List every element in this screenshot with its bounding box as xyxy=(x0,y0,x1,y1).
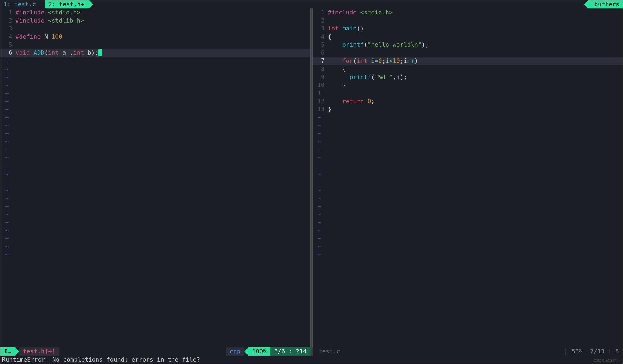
line-content[interactable]: #include <stdlib.h> xyxy=(16,17,310,25)
code-line[interactable]: 13} xyxy=(313,105,623,113)
statusline-left: I… test.h[+] cpp 100% 6/6 : 214 xyxy=(0,347,310,356)
tilde-icon: ~ xyxy=(0,234,9,242)
tilde-icon: ~ xyxy=(0,170,9,178)
tilde-icon: ~ xyxy=(313,154,321,162)
empty-line: ~ xyxy=(313,226,623,235)
line-content[interactable] xyxy=(16,24,310,33)
status-position: 6/6 : 214 xyxy=(270,347,310,356)
tilde-icon: ~ xyxy=(313,162,321,170)
code-line[interactable]: 8 { xyxy=(313,65,623,73)
empty-line: ~ xyxy=(0,146,310,154)
line-content[interactable]: } xyxy=(328,105,623,113)
tab-test-h[interactable]: 2: test.h+ xyxy=(45,0,89,8)
empty-line: ~ xyxy=(0,89,310,97)
code-line[interactable]: 4#define N 100 xyxy=(0,33,310,41)
tilde-icon: ~ xyxy=(0,162,9,170)
status-filename-text: test.c xyxy=(319,347,340,356)
status-percent-text: 100% xyxy=(252,347,267,356)
line-number: 9 xyxy=(313,73,328,81)
line-content[interactable]: for(int i=0;i<10;i++) xyxy=(328,57,623,65)
line-number: 3 xyxy=(313,24,328,33)
empty-line: ~ xyxy=(313,210,623,218)
tab-label: 1: test.c xyxy=(4,0,36,8)
status-position-text: 7/13 : 5 xyxy=(590,347,619,356)
line-content[interactable]: return 0; xyxy=(328,97,623,105)
line-number: 10 xyxy=(313,81,328,89)
code-line[interactable]: 11 xyxy=(313,89,623,97)
code-line[interactable]: 7 for(int i=0;i<10;i++) xyxy=(313,57,623,65)
code-line[interactable]: 1#include <stdio.h> xyxy=(313,8,623,17)
line-content[interactable]: printf("hello world\n"); xyxy=(328,41,623,49)
code-line[interactable]: 1#include <stdio.h> xyxy=(0,8,310,17)
cursor xyxy=(98,49,102,56)
tilde-icon: ~ xyxy=(0,113,9,122)
line-content[interactable]: void ADD(int a ,int b); xyxy=(16,49,310,57)
code-line[interactable]: 4{ xyxy=(313,33,623,41)
line-content[interactable]: printf("%d ",i); xyxy=(328,73,623,81)
status-filetype: cpp xyxy=(226,347,244,356)
empty-line: ~ xyxy=(0,194,310,202)
pane-divider[interactable] xyxy=(310,8,313,347)
empty-line: ~ xyxy=(0,57,310,65)
code-line[interactable]: 2#include <stdlib.h> xyxy=(0,17,310,25)
tilde-icon: ~ xyxy=(0,154,9,162)
line-content[interactable]: { xyxy=(328,33,623,41)
code-line[interactable]: 12 return 0; xyxy=(313,97,623,105)
line-number: 8 xyxy=(313,65,328,73)
empty-line: ~ xyxy=(0,122,310,130)
line-content[interactable] xyxy=(16,41,310,49)
line-content[interactable] xyxy=(328,17,623,25)
buffers-badge[interactable]: buffers xyxy=(588,0,623,8)
empty-line: ~ xyxy=(313,242,623,251)
empty-line: ~ xyxy=(0,251,310,259)
editor-area: 1#include <stdio.h>2#include <stdlib.h>3… xyxy=(0,8,623,347)
tab-test-c[interactable]: 1: test.c xyxy=(0,0,41,8)
vim-window[interactable]: 1: test.c 2: test.h+ buffers 1#include <… xyxy=(0,0,623,364)
line-number: 6 xyxy=(0,49,16,57)
line-content[interactable]: } xyxy=(328,81,623,89)
line-content[interactable]: #include <stdio.h> xyxy=(16,8,310,17)
tilde-icon: ~ xyxy=(313,122,321,130)
code-line[interactable]: 9 printf("%d ",i); xyxy=(313,73,623,81)
command-line[interactable]: RuntimeError: No completions found; erro… xyxy=(0,356,623,364)
code-line[interactable]: 2 xyxy=(313,17,623,25)
line-content[interactable]: #include <stdio.h> xyxy=(328,8,623,17)
line-content[interactable] xyxy=(328,49,623,57)
code-line[interactable]: 3int main() xyxy=(313,24,623,33)
empty-line: ~ xyxy=(313,234,623,242)
line-number: 1 xyxy=(313,8,328,17)
tilde-icon: ~ xyxy=(0,57,9,65)
tilde-icon: ~ xyxy=(0,251,9,259)
line-content[interactable]: { xyxy=(328,65,623,73)
tilde-icon: ~ xyxy=(0,178,9,186)
code-line[interactable]: 6void ADD(int a ,int b); xyxy=(0,49,310,57)
code-line[interactable]: 5 printf("hello world\n"); xyxy=(313,41,623,49)
line-content[interactable]: #define N 100 xyxy=(16,33,310,41)
pane-left[interactable]: 1#include <stdio.h>2#include <stdlib.h>3… xyxy=(0,8,310,347)
code-line[interactable]: 3 xyxy=(0,24,310,33)
tilde-icon: ~ xyxy=(0,122,9,130)
empty-line: ~ xyxy=(313,129,623,138)
line-content[interactable] xyxy=(328,89,623,97)
empty-line: ~ xyxy=(0,202,310,210)
line-content[interactable]: int main() xyxy=(328,24,623,33)
empty-line: ~ xyxy=(0,226,310,235)
empty-line: ~ xyxy=(313,162,623,170)
pane-right[interactable]: 1#include <stdio.h>23int main()4{5 print… xyxy=(313,8,623,347)
empty-line: ~ xyxy=(313,154,623,162)
empty-line: ~ xyxy=(0,138,310,146)
code-line[interactable]: 6 xyxy=(313,49,623,57)
tilde-icon: ~ xyxy=(313,251,321,259)
tilde-icon: ~ xyxy=(0,226,9,235)
empty-line: ~ xyxy=(0,113,310,122)
code-left[interactable]: 1#include <stdio.h>2#include <stdlib.h>3… xyxy=(0,8,310,347)
code-line[interactable]: 5 xyxy=(0,41,310,49)
code-line[interactable]: 10 } xyxy=(313,81,623,89)
code-right[interactable]: 1#include <stdio.h>23int main()4{5 print… xyxy=(313,8,623,347)
status-percent: 100% xyxy=(248,347,270,356)
line-number: 4 xyxy=(313,33,328,41)
status-position: 7/13 : 5 xyxy=(586,347,623,356)
empty-line: ~ xyxy=(0,218,310,226)
empty-line: ~ xyxy=(0,105,310,113)
tilde-icon: ~ xyxy=(0,105,9,113)
